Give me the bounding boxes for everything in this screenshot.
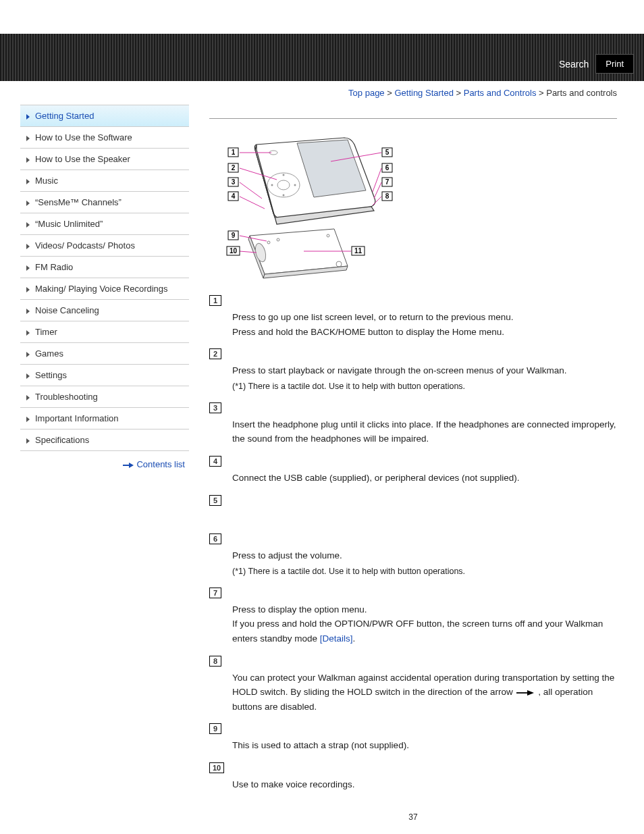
part-9: 9 This is used to attach a strap (not su…: [209, 723, 617, 753]
sidebar-item-10[interactable]: Timer: [20, 321, 189, 343]
breadcrumb: Top page > Getting Started > Parts and C…: [0, 81, 644, 105]
sidebar-item-2[interactable]: How to Use the Speaker: [20, 149, 189, 170]
badge-8: 8: [209, 656, 221, 667]
sidebar-item-13[interactable]: Troubleshooting: [20, 386, 189, 408]
svg-point-4: [283, 174, 285, 176]
arrow-right-icon: [516, 689, 534, 696]
part-10-text: Use to make voice recordings.: [232, 777, 617, 792]
part-4: 4 Connect the USB cable (supplied), or p…: [209, 456, 617, 486]
breadcrumb-current: Parts and controls: [546, 88, 617, 98]
svg-text:7: 7: [385, 178, 390, 186]
badge-7: 7: [209, 588, 221, 598]
sidebar-item-12[interactable]: Settings: [20, 365, 189, 386]
breadcrumb-top[interactable]: Top page: [348, 88, 385, 98]
sidebar-item-8[interactable]: Making/ Playing Voice Recordings: [20, 278, 189, 300]
svg-line-19: [373, 168, 381, 192]
sidebar-item-9[interactable]: Noise Canceling: [20, 300, 189, 321]
sidebar-item-6[interactable]: Videos/ Podcasts/ Photos: [20, 235, 189, 257]
badge-1: 1: [209, 295, 221, 306]
header-banner: Search Print: [0, 34, 644, 81]
part-6: 6 Press to adjust the volume. (*1) There…: [209, 533, 617, 578]
part-7: 7 Press to display the option menu. If y…: [209, 588, 617, 646]
part-1-text1: Press to go up one list screen level, or…: [232, 310, 617, 325]
badge-5: 5: [209, 495, 221, 506]
badge-2: 2: [209, 348, 221, 359]
svg-text:9: 9: [232, 232, 236, 239]
part-2: 2 Press to start playback or navigate th…: [209, 348, 617, 393]
badge-4: 4: [209, 456, 221, 467]
sidebar-item-3[interactable]: Music: [20, 170, 189, 192]
svg-marker-1: [129, 463, 134, 468]
part-10: 10 Use to make voice recordings.: [209, 762, 617, 792]
sidebar-item-0[interactable]: Getting Started: [20, 105, 189, 127]
badge-3: 3: [209, 402, 221, 413]
details-link[interactable]: [Details]: [320, 633, 353, 644]
main-content: 1 2 3 4 5 6 7 8 9 10 11 1 Press to go up…: [189, 105, 624, 834]
sidebar-item-7[interactable]: FM Radio: [20, 257, 189, 278]
svg-text:2: 2: [232, 164, 236, 172]
sidebar: Getting StartedHow to Use the SoftwareHo…: [20, 105, 189, 834]
badge-10: 10: [209, 762, 224, 773]
part-3: 3 Insert the headphone plug until it cli…: [209, 402, 617, 446]
part-2-note: (*1) There is a tactile dot. Use it to h…: [232, 380, 617, 393]
device-diagram: 1 2 3 4 5 6 7 8 9 10 11: [209, 131, 398, 280]
svg-point-6: [283, 194, 285, 197]
part-9-text: This is used to attach a strap (not supp…: [232, 738, 617, 753]
search-link[interactable]: Search: [559, 59, 589, 70]
svg-text:4: 4: [232, 192, 236, 200]
badge-6: 6: [209, 533, 221, 544]
svg-text:6: 6: [385, 164, 390, 172]
breadcrumb-getting-started[interactable]: Getting Started: [394, 88, 453, 98]
svg-text:8: 8: [385, 192, 390, 200]
part-8: 8 You can protect your Walkman against a…: [209, 656, 617, 714]
part-3-text: Insert the headphone plug until it click…: [232, 417, 617, 446]
svg-line-17: [240, 197, 265, 209]
badge-9: 9: [209, 723, 221, 734]
sidebar-item-11[interactable]: Games: [20, 343, 189, 365]
part-4-text: Connect the USB cable (supplied), or per…: [232, 471, 617, 486]
svg-text:5: 5: [385, 149, 390, 156]
sidebar-item-4[interactable]: “SensMe™ Channels”: [20, 192, 189, 213]
svg-point-7: [271, 184, 273, 186]
svg-text:11: 11: [354, 247, 363, 255]
nav-list: Getting StartedHow to Use the SoftwareHo…: [20, 105, 189, 451]
part-7-text1: Press to display the option menu.: [232, 602, 617, 617]
svg-point-5: [294, 184, 296, 186]
svg-line-16: [240, 182, 262, 199]
part-6-note: (*1) There is a tactile dot. Use it to h…: [232, 565, 617, 578]
print-button[interactable]: Print: [595, 54, 634, 74]
svg-marker-48: [527, 690, 534, 696]
sidebar-item-14[interactable]: Important Information: [20, 408, 189, 429]
svg-text:3: 3: [232, 178, 236, 186]
sidebar-item-1[interactable]: How to Use the Software: [20, 127, 189, 149]
part-7-text2: If you press and hold the OPTION/PWR OFF…: [232, 617, 617, 646]
svg-text:1: 1: [232, 149, 236, 156]
contents-list-link[interactable]: Contents list: [123, 459, 185, 469]
part-5: 5: [209, 495, 617, 525]
divider: [209, 118, 617, 119]
part-2-text: Press to start playback or navigate thro…: [232, 363, 617, 378]
part-1: 1 Press to go up one list screen level, …: [209, 295, 617, 339]
arrow-right-icon: [123, 463, 134, 468]
sidebar-item-15[interactable]: Specifications: [20, 429, 189, 451]
part-8-text: You can protect your Walkman against acc…: [232, 671, 617, 714]
part-1-text2: Press and hold the BACK/HOME button to d…: [232, 325, 617, 340]
svg-text:10: 10: [230, 247, 238, 255]
part-6-text: Press to adjust the volume.: [232, 548, 617, 563]
breadcrumb-parts-controls[interactable]: Parts and Controls: [464, 88, 537, 98]
sidebar-item-5[interactable]: “Music Unlimited”: [20, 213, 189, 235]
page-number: 37: [209, 812, 617, 822]
svg-point-3: [277, 180, 290, 190]
